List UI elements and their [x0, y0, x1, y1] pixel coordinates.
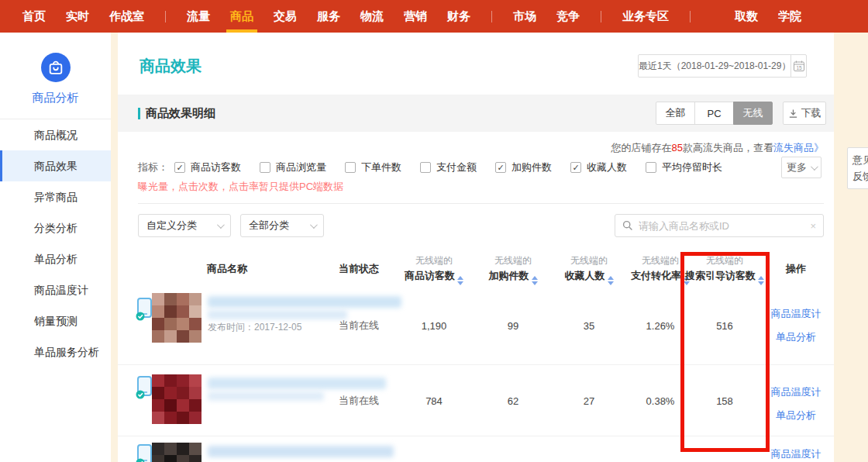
table-row: 发布时间：2017-12-05 当前在线 1,190 99 35 1.26% 5…: [118, 287, 834, 364]
terminal-tab-all[interactable]: 全部: [656, 102, 695, 125]
sidebar-item-single-item-analysis[interactable]: 单品分析: [0, 243, 111, 274]
th-current-status: 当前状态: [324, 262, 394, 276]
sidebar-item-category-analysis[interactable]: 分类分析: [0, 212, 111, 243]
nav-divider: [601, 11, 601, 22]
th-wireless-favorites[interactable]: 无线端的 收藏人数: [552, 254, 626, 285]
clear-search-icon[interactable]: ×: [810, 220, 816, 232]
nav-item-realtime[interactable]: 实时: [56, 0, 99, 33]
th-actions: 操作: [769, 262, 823, 276]
metric-checkbox-row: 指标： 商品访客数 商品浏览量 下单件数 支付金额 加购件数: [138, 160, 741, 175]
th-wireless-search-visitors[interactable]: 无线端的 搜索引导访客数: [684, 254, 766, 285]
loss-products-notice: 您的店铺存在85款高流失商品，查看流失商品》: [611, 141, 824, 155]
favorites-cell: 35: [552, 320, 626, 332]
date-range-picker[interactable]: 最近1天（2018-01-29~2018-01-29） 15: [638, 54, 807, 78]
nav-item-finance[interactable]: 财务: [437, 0, 480, 33]
nav-divider: [690, 11, 691, 22]
metrics-label: 指标：: [138, 160, 168, 174]
sidebar-item-product-effect[interactable]: 商品效果: [0, 150, 111, 181]
metric-payment-amount-checkbox[interactable]: 支付金额: [420, 160, 477, 174]
single-item-analysis-link[interactable]: 单品分析: [769, 330, 823, 344]
metric-visitors-checkbox[interactable]: 商品访客数: [174, 160, 241, 174]
blurred-product-title: [208, 446, 394, 457]
sidebar-item-product-overview[interactable]: 商品概况: [0, 119, 111, 150]
metric-orders-checkbox[interactable]: 下单件数: [345, 160, 401, 174]
metric-avg-stay-checkbox[interactable]: 平均停留时长: [646, 160, 722, 174]
sort-icon[interactable]: [457, 276, 463, 285]
nav-item-logistics[interactable]: 物流: [350, 0, 394, 33]
visitors-cell: 1,190: [397, 320, 471, 332]
table-row: 商品温度计: [118, 436, 834, 462]
checkbox-icon[interactable]: [260, 162, 270, 173]
search-visitors-cell: 158: [684, 395, 766, 406]
checkbox-icon[interactable]: [345, 162, 356, 173]
nav-item-academy[interactable]: 学院: [768, 0, 811, 33]
thermometer-link[interactable]: 商品温度计: [769, 447, 823, 461]
blurred-product-title: [208, 296, 401, 308]
date-range-text: 最近1天（2018-01-29~2018-01-29）: [639, 55, 790, 77]
product-image: [152, 443, 202, 462]
nav-item-business-zone[interactable]: 业务专区: [612, 0, 679, 33]
checkbox-checked-icon[interactable]: [495, 162, 506, 173]
cart-adds-cell: 99: [476, 320, 550, 332]
nav-item-home[interactable]: 首页: [12, 0, 56, 33]
sidebar-item-item-service-analysis[interactable]: 单品服务分析: [0, 336, 111, 367]
checkbox-icon[interactable]: [420, 162, 431, 173]
metric-pageviews-checkbox[interactable]: 商品浏览量: [260, 160, 326, 174]
nav-item-trade[interactable]: 交易: [264, 0, 307, 33]
thermometer-link[interactable]: 商品温度计: [769, 385, 823, 399]
sidebar-item-sales-forecast[interactable]: 销量预测: [0, 305, 111, 336]
cart-adds-cell: 62: [476, 395, 550, 406]
terminal-tab-pc[interactable]: PC: [694, 102, 734, 125]
notice-prefix: 您的店铺存在: [611, 142, 672, 153]
download-button[interactable]: 下载: [783, 102, 826, 125]
favorites-cell: 27: [552, 395, 626, 406]
nav-item-war-room[interactable]: 作战室: [99, 0, 154, 33]
nav-item-service[interactable]: 服务: [307, 0, 350, 33]
nav-item-product[interactable]: 商品: [220, 0, 264, 33]
nav-item-data-extract[interactable]: 取数: [725, 0, 768, 33]
device-check-icon: [135, 444, 153, 462]
product-search-box: ×: [615, 214, 824, 237]
metric-cart-adds-checkbox[interactable]: 加购件数: [495, 160, 552, 174]
th-wireless-cart-adds[interactable]: 无线端的 加购件数: [476, 254, 550, 285]
nav-divider: [165, 11, 166, 22]
checkbox-icon[interactable]: [646, 162, 656, 173]
calendar-icon[interactable]: 15: [790, 55, 806, 77]
custom-category-dropdown[interactable]: 自定义分类: [138, 214, 231, 237]
sort-icon[interactable]: [758, 276, 764, 285]
sort-icon[interactable]: [532, 276, 538, 285]
single-item-analysis-link[interactable]: 单品分析: [769, 409, 823, 422]
nav-item-competition[interactable]: 竞争: [546, 0, 590, 33]
terminal-tab-wireless[interactable]: 无线: [733, 102, 773, 125]
sidebar-item-product-thermometer[interactable]: 商品温度计: [0, 274, 111, 305]
nav-item-market[interactable]: 市场: [503, 0, 546, 33]
top-nav: 首页 实时 作战室 流量 商品 交易 服务 物流 营销 财务 市场 竞争 业务专…: [0, 0, 868, 33]
loss-products-link[interactable]: 流失商品》: [773, 142, 824, 153]
visitors-cell: 784: [397, 395, 471, 406]
th-wireless-visitors[interactable]: 无线端的 商品访客数: [397, 254, 471, 285]
chevron-down-icon: [811, 163, 818, 171]
notice-middle: 款高流失商品，查看: [683, 142, 773, 153]
chevron-down-icon: [310, 221, 318, 229]
checkbox-checked-icon[interactable]: [570, 162, 581, 173]
all-category-dropdown[interactable]: 全部分类: [240, 214, 324, 237]
sidebar-item-abnormal-products[interactable]: 异常商品: [0, 181, 111, 212]
table-header: 商品名称 当前状态 无线端的 商品访客数 无线端的 加购件数 无线端的 收藏人数…: [118, 251, 834, 287]
feedback-tab[interactable]: 意见反馈: [847, 147, 868, 189]
download-label: 下载: [801, 106, 822, 120]
search-input[interactable]: [639, 220, 810, 232]
publish-date: 发布时间：2017-12-05: [208, 321, 301, 334]
sort-icon[interactable]: [608, 276, 614, 285]
checkbox-checked-icon[interactable]: [174, 162, 185, 173]
detail-section-band: 商品效果明细 全部 PC 无线 下载: [118, 95, 834, 132]
download-icon: [788, 109, 798, 119]
nav-item-marketing[interactable]: 营销: [394, 0, 437, 33]
divider: [138, 203, 824, 204]
more-metrics-button[interactable]: 更多: [781, 157, 822, 178]
section-title: 商品效果明细: [138, 106, 215, 121]
screen: 首页 实时 作战室 流量 商品 交易 服务 物流 营销 财务 市场 竞争 业务专…: [0, 0, 868, 462]
blurred-product-title: [208, 391, 324, 401]
thermometer-link[interactable]: 商品温度计: [769, 307, 823, 321]
nav-item-traffic[interactable]: 流量: [177, 0, 220, 33]
metric-favorites-checkbox[interactable]: 收藏人数: [570, 160, 627, 174]
